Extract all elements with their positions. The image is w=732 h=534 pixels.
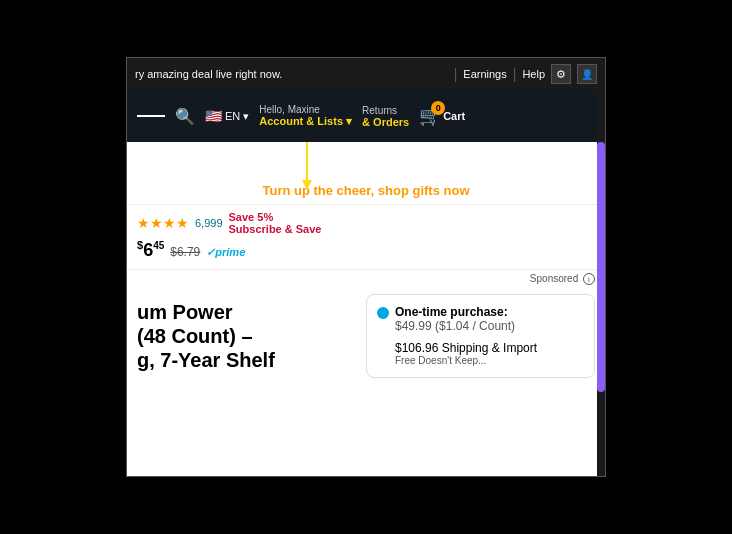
star-rating: ★★★★ <box>137 215 189 231</box>
purchase-panel: One-time purchase: $49.99 ($1.04 / Count… <box>366 294 595 378</box>
top-bar-deal-text: ry amazing deal live right now. <box>135 68 448 80</box>
one-time-radio[interactable] <box>377 307 389 319</box>
lang-label: EN <box>225 110 240 122</box>
one-time-details: One-time purchase: $49.99 ($1.04 / Count… <box>395 305 515 333</box>
returns-orders-link[interactable]: Returns & Orders <box>362 105 409 128</box>
flag-icon: 🇺🇸 <box>205 108 222 124</box>
gear-icon[interactable]: ⚙ <box>551 64 571 84</box>
scrollbar[interactable] <box>597 58 605 476</box>
orders-label: & Orders <box>362 116 409 128</box>
cart-label: Cart <box>443 110 465 122</box>
prime-badge: ✓prime <box>206 246 245 259</box>
product-title: um Power (48 Count) – g, 7-Year Shelf <box>137 300 356 372</box>
one-time-label: One-time purchase: <box>395 305 515 319</box>
price-row: $645 $6.79 ✓prime <box>137 239 595 261</box>
search-icon[interactable]: 🔍 <box>175 107 195 126</box>
save-info: Save 5% Subscribe & Save <box>229 211 322 235</box>
account-menu[interactable]: Hello, Maxine Account & Lists ▾ <box>259 104 352 128</box>
top-bar-divider-1: | <box>454 66 458 82</box>
product-section: ★★★★ 6,999 Save 5% Subscribe & Save $645… <box>127 204 605 269</box>
earnings-link[interactable]: Earnings <box>463 68 506 80</box>
help-link[interactable]: Help <box>522 68 545 80</box>
user-icon[interactable]: 👤 <box>577 64 597 84</box>
original-price: $6.79 <box>170 245 200 259</box>
cart-icon: 🛒 0 <box>419 105 441 127</box>
sponsored-label: Sponsored <box>530 273 578 284</box>
top-bar: ry amazing deal live right now. | Earnin… <box>127 58 605 90</box>
rating-count[interactable]: 6,999 <box>195 217 223 229</box>
annotation-text: Turn up the cheer, shop gifts now <box>137 183 595 198</box>
account-lists-label: Account & Lists ▾ <box>259 115 352 128</box>
product-detail-section: um Power (48 Count) – g, 7-Year Shelf On… <box>127 288 605 384</box>
sponsored-info-icon[interactable]: i <box>583 273 595 285</box>
hello-greeting: Hello, Maxine <box>259 104 352 115</box>
nav-bar: 🔍 🇺🇸 EN ▾ Hello, Maxine Account & Lists … <box>127 90 605 142</box>
save-percent-badge: Save 5% <box>229 211 322 223</box>
cart-button[interactable]: 🛒 0 Cart <box>419 105 465 127</box>
returns-label: Returns <box>362 105 409 116</box>
price-whole: 6 <box>143 240 153 260</box>
annotation-area: Turn up the cheer, shop gifts now <box>127 142 605 204</box>
logo-placeholder <box>137 115 165 117</box>
language-selector[interactable]: 🇺🇸 EN ▾ <box>205 108 249 124</box>
rating-row: ★★★★ 6,999 Save 5% Subscribe & Save <box>137 211 595 235</box>
one-time-price: $49.99 ($1.04 / Count) <box>395 319 515 333</box>
top-bar-divider-2: | <box>513 66 517 82</box>
current-price: $645 <box>137 239 164 261</box>
scrollbar-thumb[interactable] <box>597 142 605 393</box>
one-time-purchase-row: One-time purchase: $49.99 ($1.04 / Count… <box>377 305 584 333</box>
sponsored-bar: Sponsored i <box>127 269 605 288</box>
subscribe-save-label: Subscribe & Save <box>229 223 322 235</box>
product-title-area: um Power (48 Count) – g, 7-Year Shelf <box>127 294 366 378</box>
cutoff-text: Free Doesn't Keep... <box>395 355 584 366</box>
shipping-text: $106.96 Shipping & Import <box>395 341 584 355</box>
price-cents: 45 <box>153 240 164 251</box>
lang-arrow-icon: ▾ <box>243 110 249 123</box>
